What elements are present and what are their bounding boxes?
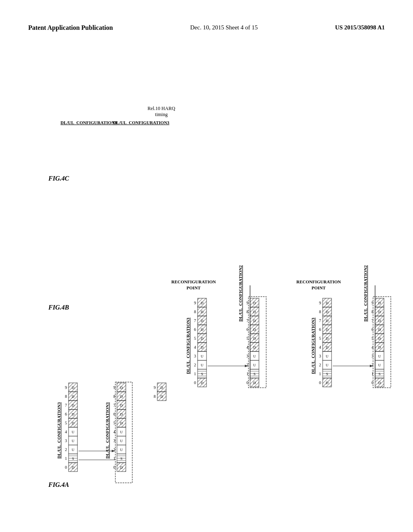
svg-text:U: U (326, 363, 329, 367)
svg-rect-81 (198, 298, 206, 307)
svg-rect-3 (69, 436, 77, 445)
svg-rect-8 (69, 392, 77, 401)
svg-text:D: D (120, 395, 123, 399)
svg-text:3: 3 (113, 438, 115, 443)
svg-text:U: U (120, 430, 123, 434)
svg-text:2: 2 (371, 363, 373, 367)
svg-rect-106 (250, 351, 259, 360)
main-diagram: FIG.4A Rel.10 HARQ timing DL/UL_CONFIGUR… (36, 44, 399, 527)
svg-rect-176 (375, 316, 384, 325)
svg-text:4: 4 (113, 430, 115, 434)
svg-text:D: D (201, 345, 204, 349)
fig4c-label: FIG.4C (48, 175, 69, 182)
svg-rect-61 (115, 382, 132, 483)
svg-text:6: 6 (113, 412, 115, 416)
svg-text:3: 3 (194, 354, 196, 358)
svg-rect-177 (375, 307, 384, 316)
svg-text:U: U (120, 439, 123, 443)
svg-rect-171 (375, 360, 384, 369)
svg-rect-174 (375, 334, 384, 343)
svg-rect-75 (198, 351, 206, 360)
svg-text:2: 2 (194, 363, 196, 367)
svg-rect-38 (117, 392, 126, 401)
svg-text:3: 3 (246, 354, 248, 358)
svg-text:U: U (201, 363, 204, 367)
svg-text:7: 7 (319, 318, 321, 323)
svg-text:0: 0 (371, 380, 373, 385)
svg-rect-34 (117, 427, 126, 436)
svg-rect-33 (117, 436, 126, 445)
svg-text:4: 4 (319, 345, 321, 349)
svg-text:D: D (378, 381, 381, 385)
svg-rect-74 (198, 360, 206, 369)
svg-rect-107 (250, 343, 259, 351)
svg-text:3: 3 (65, 438, 67, 443)
svg-text:8: 8 (246, 310, 248, 314)
svg-rect-78 (198, 325, 206, 334)
svg-rect-108 (250, 334, 259, 343)
svg-text:S: S (201, 372, 203, 376)
svg-text:6: 6 (246, 327, 248, 332)
svg-text:7: 7 (65, 403, 67, 407)
svg-text:D: D (120, 403, 123, 407)
svg-text:U: U (120, 448, 123, 452)
svg-text:D: D (326, 310, 329, 314)
svg-rect-139 (323, 369, 332, 378)
svg-text:0: 0 (319, 380, 321, 385)
svg-text:D: D (120, 421, 123, 425)
svg-rect-141 (323, 351, 332, 360)
svg-text:9: 9 (65, 385, 67, 390)
svg-text:D: D (253, 381, 256, 385)
svg-rect-144 (323, 325, 332, 334)
svg-text:3: 3 (371, 354, 373, 358)
svg-text:D: D (378, 310, 381, 314)
svg-rect-146 (323, 307, 332, 316)
svg-rect-73 (198, 369, 206, 378)
svg-text:S: S (72, 457, 74, 461)
svg-rect-72 (198, 378, 206, 387)
svg-text:D: D (253, 337, 256, 341)
svg-rect-64 (157, 383, 166, 392)
svg-text:D: D (72, 395, 75, 399)
svg-text:POINT: POINT (187, 285, 201, 290)
sheet-info: Dec. 10, 2015 Sheet 4 of 15 (190, 24, 257, 31)
svg-text:D: D (201, 319, 204, 323)
svg-text:D: D (378, 345, 381, 349)
svg-rect-31 (117, 454, 126, 463)
svg-text:0: 0 (194, 380, 196, 385)
svg-text:4: 4 (246, 345, 248, 349)
svg-text:U: U (326, 354, 329, 358)
svg-rect-199 (373, 297, 391, 388)
svg-text:6: 6 (319, 327, 321, 332)
timing-label-4a-2: timing (155, 112, 167, 117)
svg-text:D: D (253, 319, 256, 323)
svg-rect-175 (375, 325, 384, 334)
svg-text:D: D (120, 386, 123, 390)
svg-rect-37 (117, 401, 126, 409)
svg-text:DL/UL_CONFIGURATION3: DL/UL_CONFIGURATION3 (186, 318, 190, 374)
timing-label-4a: Rel.10 HARQ (148, 106, 175, 111)
svg-text:D: D (326, 381, 329, 385)
reconfig-label-4c: RECONFIGURATION (296, 279, 341, 284)
svg-text:S: S (253, 372, 255, 376)
svg-text:U: U (253, 354, 256, 358)
svg-text:1: 1 (371, 372, 373, 376)
svg-text:7: 7 (194, 318, 196, 323)
svg-text:5: 5 (194, 336, 196, 341)
svg-text:D: D (326, 301, 329, 305)
svg-text:DL/UL_CONFIGURATION2: DL/UL_CONFIGURATION2 (363, 265, 368, 322)
svg-rect-111 (250, 307, 259, 316)
svg-text:D: D (253, 345, 256, 349)
svg-text:9: 9 (246, 301, 248, 305)
svg-text:7: 7 (113, 403, 115, 407)
svg-text:5: 5 (65, 421, 67, 425)
svg-text:D: D (326, 319, 329, 323)
svg-text:U: U (72, 448, 75, 452)
svg-rect-77 (198, 334, 206, 343)
publication-title: Patent Application Publication (28, 24, 113, 31)
svg-text:4: 4 (371, 345, 373, 349)
svg-text:D: D (201, 337, 204, 341)
svg-rect-7 (69, 401, 77, 409)
svg-text:D: D (201, 328, 204, 332)
svg-text:8: 8 (154, 394, 156, 399)
